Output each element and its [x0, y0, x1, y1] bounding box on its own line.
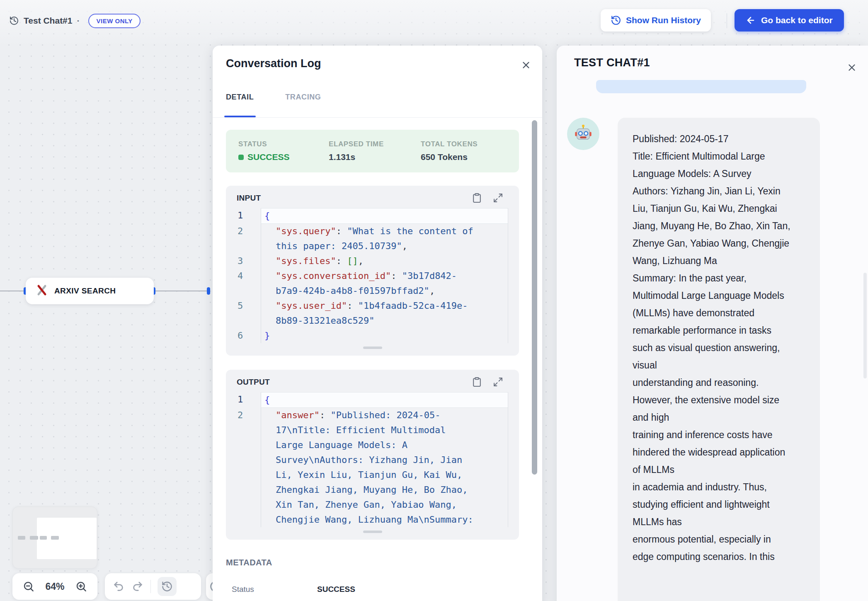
minimap-node	[40, 536, 47, 540]
output-code-editor[interactable]: 1{2"answer": "Published: 2024-05-17\nTit…	[234, 392, 508, 527]
metadata-title: METADATA	[226, 558, 519, 567]
metadata-row-label: Status	[232, 585, 317, 594]
node-label: ARXIV SEARCH	[54, 286, 116, 296]
run-history-icon	[611, 15, 621, 26]
redo-icon[interactable]	[131, 580, 144, 593]
expand-icon[interactable]	[493, 377, 503, 387]
input-block: INPUT 1{2"sys.query": "What is the conte…	[226, 186, 519, 356]
show-run-history-label: Show Run History	[626, 15, 701, 25]
zoom-in-icon[interactable]	[75, 580, 87, 593]
node-input-handle[interactable]	[207, 287, 210, 295]
expand-icon[interactable]	[493, 193, 503, 203]
zoom-controls: 64%	[12, 573, 97, 600]
metadata-row-value: SUCCESS	[317, 585, 355, 594]
elapsed-time-value: 1.131s	[329, 152, 421, 162]
bot-message-text: Published: 2024-05-17 Title: Efficient M…	[633, 130, 793, 565]
user-message-bubble	[596, 80, 806, 93]
undo-icon[interactable]	[112, 580, 125, 593]
resize-handle[interactable]	[363, 347, 382, 349]
arxiv-logo-icon	[36, 284, 48, 298]
close-icon[interactable]	[846, 62, 857, 73]
run-title: Test Chat#1	[24, 16, 72, 26]
chat-preview-panel: TEST CHAT#1 Published: 2024-05-17 Title:…	[557, 46, 868, 601]
status-value: SUCCESS	[238, 152, 329, 162]
input-code-editor[interactable]: 1{2"sys.query": "What is the content of …	[234, 208, 508, 343]
elapsed-time-label: ELAPSED TIME	[329, 140, 421, 148]
output-title: OUTPUT	[237, 378, 472, 387]
zoom-level[interactable]: 64%	[45, 581, 64, 592]
go-back-to-editor-button[interactable]: Go back to editor	[735, 9, 844, 32]
chat-title: TEST CHAT#1	[574, 56, 650, 69]
scrollbar-thumb[interactable]	[863, 273, 867, 378]
status-card: STATUS SUCCESS ELAPSED TIME 1.131s TOTAL…	[226, 130, 519, 172]
run-header: Test Chat#1 · VIEW ONLY	[9, 10, 141, 32]
scrollbar-thumb[interactable]	[532, 120, 537, 475]
minimap-node	[30, 536, 38, 540]
back-arrow-icon	[746, 15, 756, 25]
change-history-button[interactable]	[158, 577, 177, 596]
history-controls	[105, 573, 201, 600]
input-title: INPUT	[237, 194, 472, 203]
copy-icon[interactable]	[472, 377, 482, 387]
copy-icon[interactable]	[472, 193, 482, 203]
close-icon[interactable]	[521, 60, 531, 70]
output-block: OUTPUT 1{2"answer": "Published: 2024-05-…	[226, 370, 519, 540]
resize-handle[interactable]	[363, 531, 382, 533]
controls-divider	[150, 580, 151, 593]
edge-line	[0, 291, 25, 291]
log-scroll-area[interactable]: STATUS SUCCESS ELAPSED TIME 1.131s TOTAL…	[213, 118, 542, 601]
total-tokens-value: 650 Tokens	[421, 152, 478, 162]
tab-detail[interactable]: DETAIL	[226, 89, 254, 117]
robot-icon	[574, 124, 593, 144]
toolbar-divider	[727, 13, 727, 28]
bot-avatar	[567, 118, 599, 150]
log-tabs: DETAIL TRACING	[213, 89, 542, 118]
metadata-row: Status SUCCESS	[226, 585, 519, 594]
minimap[interactable]	[12, 506, 97, 569]
minimap-node	[18, 536, 25, 540]
title-separator: ·	[77, 16, 80, 26]
edge-line	[155, 291, 209, 291]
success-dot-icon	[238, 155, 244, 160]
bot-message-bubble: Published: 2024-05-17 Title: Efficient M…	[618, 118, 820, 601]
total-tokens-label: TOTAL TOKENS	[421, 140, 478, 148]
status-label: STATUS	[238, 140, 329, 148]
tab-tracing[interactable]: TRACING	[285, 89, 321, 117]
zoom-out-icon[interactable]	[22, 580, 35, 593]
minimap-node	[51, 536, 59, 540]
conversation-log-panel: Conversation Log DETAIL TRACING STATUS S…	[213, 46, 542, 601]
panel-title: Conversation Log	[226, 57, 321, 70]
go-back-label: Go back to editor	[761, 15, 833, 25]
arxiv-search-node[interactable]: ARXIV SEARCH	[26, 278, 154, 304]
show-run-history-button[interactable]: Show Run History	[601, 9, 711, 32]
view-only-badge: VIEW ONLY	[88, 14, 140, 28]
clock-history-icon	[9, 16, 19, 26]
